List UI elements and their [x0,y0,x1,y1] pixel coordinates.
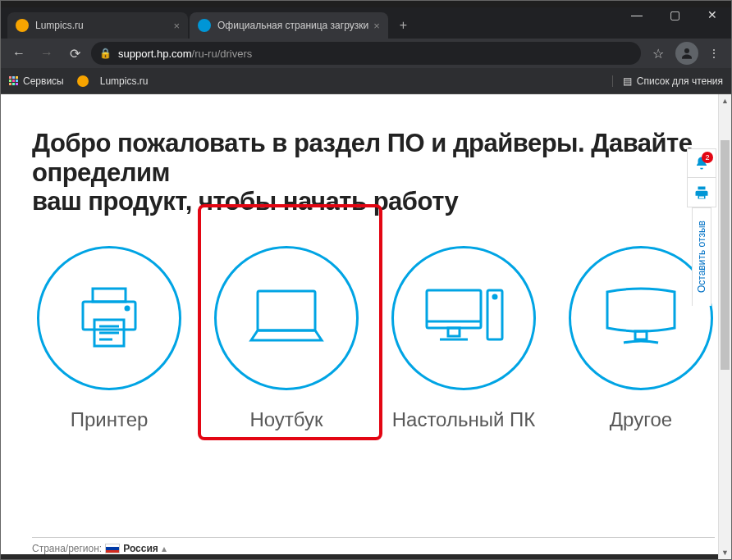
russia-flag-icon [105,544,120,553]
profile-avatar-button[interactable] [675,42,698,65]
svg-rect-15 [635,331,647,339]
page-heading: Добро пожаловать в раздел ПО и драйверы.… [32,129,723,216]
bottom-edge [1,554,718,559]
vertical-scrollbar[interactable]: ▲ ▼ [718,94,731,559]
category-label: Ноутбук [249,408,323,432]
category-label: Настольный ПК [392,408,536,432]
lock-icon: 🔒 [99,48,112,59]
svg-rect-11 [448,328,460,336]
bookmark-label: Сервисы [23,75,64,87]
close-tab-button[interactable]: × [373,20,380,32]
svg-rect-8 [258,291,315,330]
back-button[interactable]: ← [7,42,30,65]
reading-list-button[interactable]: ▤ Список для чтения [612,75,723,87]
tab-lumpics[interactable]: Lumpics.ru × [7,12,188,39]
kebab-menu-button[interactable]: ⋮ [703,47,725,60]
bookmark-label: Lumpics.ru [100,75,149,87]
category-laptop[interactable]: Ноутбук [209,246,364,432]
scroll-down-button[interactable]: ▼ [719,546,731,559]
reading-list-label: Список для чтения [637,75,723,87]
apps-grid-icon [9,76,18,85]
lumpics-favicon-icon [16,19,29,32]
url-path: /ru-ru/drivers [192,48,253,60]
svg-point-7 [126,307,129,310]
side-widgets: 2 Оставить отзыв [687,148,716,306]
desktop-icon [391,246,536,390]
printer-icon [37,246,181,390]
region-value: Россия [123,543,158,554]
laptop-icon [214,246,359,390]
tab-hp-support[interactable]: Официальная страница загрузки × [190,12,388,39]
apps-bookmark[interactable]: Сервисы [9,75,64,87]
url-bar: ← → ⟳ 🔒 support.hp.com/ru-ru/drivers ☆ ⋮ [1,39,731,68]
forward-button[interactable]: → [35,42,58,65]
tab-title: Lumpics.ru [35,20,168,31]
side-print-button[interactable] [687,178,716,207]
close-window-button[interactable]: ✕ [693,1,731,29]
chevron-up-icon: ▴ [162,543,167,554]
bookmark-star-button[interactable]: ☆ [646,46,670,61]
divider [32,537,715,538]
minimize-button[interactable]: — [618,1,656,29]
address-bar[interactable]: 🔒 support.hp.com/ru-ru/drivers [91,42,641,65]
url-domain: support.hp.com [118,48,192,60]
scroll-up-button[interactable]: ▲ [719,94,731,107]
tab-title: Официальная страница загрузки [217,20,368,31]
category-label: Другое [610,408,672,432]
close-tab-button[interactable]: × [173,20,180,32]
reading-list-icon: ▤ [623,75,632,87]
scrollbar-track[interactable] [719,107,731,546]
svg-point-0 [684,48,689,53]
notification-badge: 2 [702,152,713,163]
lumpics-favicon-icon [77,75,89,87]
category-desktop[interactable]: Настольный ПК [387,246,541,432]
maximize-button[interactable]: ▢ [656,1,693,29]
page-content: Добро пожаловать в раздел ПО и драйверы.… [1,94,731,559]
scrollbar-thumb[interactable] [721,140,730,370]
lumpics-bookmark[interactable]: Lumpics.ru [77,75,149,87]
bookmarks-bar: Сервисы Lumpics.ru ▤ Список для чтения [1,68,731,94]
category-printer[interactable]: Принтер [32,246,186,432]
svg-point-14 [493,295,496,298]
titlebar: — ▢ ✕ [1,1,731,7]
notifications-button[interactable]: 2 [687,148,716,178]
feedback-button[interactable]: Оставить отзыв [692,207,711,306]
new-tab-button[interactable]: + [390,18,417,33]
category-label: Принтер [71,408,149,432]
product-categories: Принтер Ноутбук [32,246,723,432]
svg-rect-2 [93,289,126,302]
region-selector[interactable]: Страна/регион: Россия ▴ [32,543,167,554]
region-label: Страна/регион: [32,543,102,554]
hp-favicon-icon [198,19,211,32]
reload-button[interactable]: ⟳ [63,42,86,65]
